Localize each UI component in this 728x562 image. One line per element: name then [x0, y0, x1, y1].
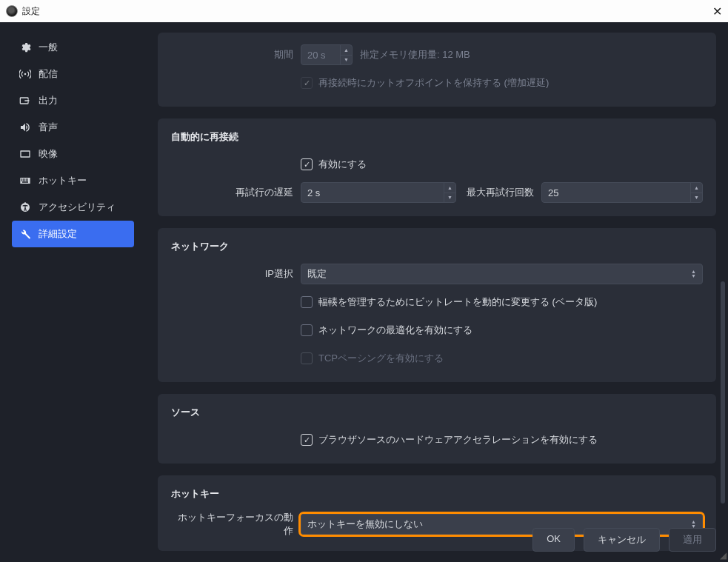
tools-icon: [19, 228, 31, 240]
checkbox-icon: [301, 324, 313, 336]
tcp-pacing-checkbox: TCPペーシングを有効にする: [301, 352, 444, 365]
sidebar-item-label: 配信: [39, 67, 58, 81]
sidebar-item-general[interactable]: 一般: [12, 34, 134, 61]
apply-button[interactable]: 適用: [669, 528, 716, 552]
scrollbar[interactable]: [721, 281, 725, 504]
section-title: ホットキー: [171, 487, 703, 501]
retry-delay-spinner[interactable]: 2 s ▲ ▼: [301, 182, 456, 203]
sidebar-item-label: ホットキー: [39, 174, 87, 187]
network-optimize-label: ネットワークの最適化を有効にする: [318, 324, 472, 337]
ip-select-label: IP選択: [171, 267, 293, 281]
hotkey-focus-label: ホットキーフォーカスの動作: [171, 511, 293, 538]
max-retries-spinner[interactable]: 25 ▲ ▼: [541, 182, 703, 203]
keep-cutoff-checkbox: 再接続時にカットオフポイントを保持する (増加遅延): [301, 76, 549, 90]
sidebar-item-hotkeys[interactable]: ホットキー: [12, 167, 134, 194]
app-icon: [6, 5, 18, 17]
close-icon[interactable]: ✕: [712, 4, 722, 19]
browser-hw-accel-checkbox[interactable]: ブラウザソースのハードウェアアクセラレーションを有効にする: [301, 433, 598, 446]
cancel-button[interactable]: キャンセル: [584, 528, 660, 552]
section-replay-top: 期間 20 s ▲ ▼ 推定メモリ使用量: 12 MB: [158, 33, 716, 107]
keep-cutoff-label: 再接続時にカットオフポイントを保持する (増加遅延): [318, 76, 549, 90]
accessibility-icon: [19, 201, 31, 213]
ip-select-value: 既定: [307, 267, 691, 281]
sidebar-item-accessibility[interactable]: アクセシビリティ: [12, 194, 134, 221]
duration-value: 20 s: [307, 50, 340, 61]
checkbox-icon: [301, 434, 313, 446]
section-title: 自動的に再接続: [171, 130, 703, 144]
sidebar-item-audio[interactable]: 音声: [12, 114, 134, 141]
memory-estimate-label: 推定メモリ使用量: 12 MB: [360, 48, 470, 61]
ip-select[interactable]: 既定 ▲▼: [301, 264, 703, 284]
sidebar-item-label: 一般: [39, 41, 58, 54]
reconnect-enable-checkbox[interactable]: 有効にする: [301, 158, 367, 171]
sidebar-item-advanced[interactable]: 詳細設定: [12, 221, 134, 247]
tcp-pacing-label: TCPペーシングを有効にする: [318, 352, 444, 365]
chevron-up-icon[interactable]: ▲: [341, 45, 352, 56]
broadcast-icon: [19, 68, 31, 80]
sidebar-item-label: 音声: [39, 121, 58, 134]
keyboard-icon: [19, 175, 31, 187]
window-title: 設定: [22, 5, 40, 18]
output-icon: [19, 95, 31, 107]
checkbox-icon: [301, 352, 313, 364]
checkbox-icon: [301, 296, 313, 308]
checkbox-icon: [301, 158, 313, 170]
network-optimize-checkbox[interactable]: ネットワークの最適化を有効にする: [301, 324, 472, 337]
resize-grip-icon[interactable]: ◢: [720, 550, 727, 561]
section-title: ソース: [171, 406, 703, 419]
section-auto-reconnect: 自動的に再接続 有効にする 再試行の遅延 2 s: [158, 118, 716, 216]
dynamic-bitrate-label: 輻輳を管理するためにビットレートを動的に変更する (ベータ版): [318, 295, 597, 309]
retry-delay-value: 2 s: [307, 187, 444, 198]
chevron-down-icon[interactable]: ▼: [691, 193, 702, 203]
sidebar-item-label: アクセシビリティ: [39, 201, 116, 214]
chevron-down-icon[interactable]: ▼: [444, 193, 455, 203]
retry-delay-label: 再試行の遅延: [171, 186, 293, 199]
checkbox-icon: [301, 77, 313, 89]
section-title: ネットワーク: [171, 240, 703, 253]
max-retries-label: 最大再試行回数: [464, 186, 534, 199]
sidebar-item-label: 詳細設定: [39, 227, 77, 241]
gear-icon: [19, 41, 31, 53]
video-icon: [19, 148, 31, 160]
duration-spinner[interactable]: 20 s ▲ ▼: [301, 44, 353, 65]
section-network: ネットワーク IP選択 既定 ▲▼ 輻輳を管理: [158, 228, 716, 382]
dynamic-bitrate-checkbox[interactable]: 輻輳を管理するためにビットレートを動的に変更する (ベータ版): [301, 295, 597, 309]
sidebar-item-label: 映像: [39, 147, 58, 161]
reconnect-enable-label: 有効にする: [318, 158, 367, 171]
max-retries-value: 25: [548, 187, 690, 198]
sidebar-item-video[interactable]: 映像: [12, 141, 134, 167]
sidebar-item-label: 出力: [39, 94, 58, 107]
sidebar-item-output[interactable]: 出力: [12, 87, 134, 114]
audio-icon: [19, 121, 31, 133]
sidebar-item-stream[interactable]: 配信: [12, 61, 134, 87]
chомеvron-updown-icon: ▲▼: [691, 270, 696, 278]
section-source: ソース ブラウザソースのハードウェアアクセラレーションを有効にする: [158, 394, 716, 464]
ok-button[interactable]: OK: [532, 528, 575, 552]
chevron-down-icon[interactable]: ▼: [341, 56, 352, 65]
browser-hw-accel-label: ブラウザソースのハードウェアアクセラレーションを有効にする: [318, 433, 598, 446]
chevron-up-icon[interactable]: ▲: [691, 183, 702, 193]
duration-label: 期間: [171, 48, 293, 61]
chevron-up-icon[interactable]: ▲: [444, 183, 455, 193]
